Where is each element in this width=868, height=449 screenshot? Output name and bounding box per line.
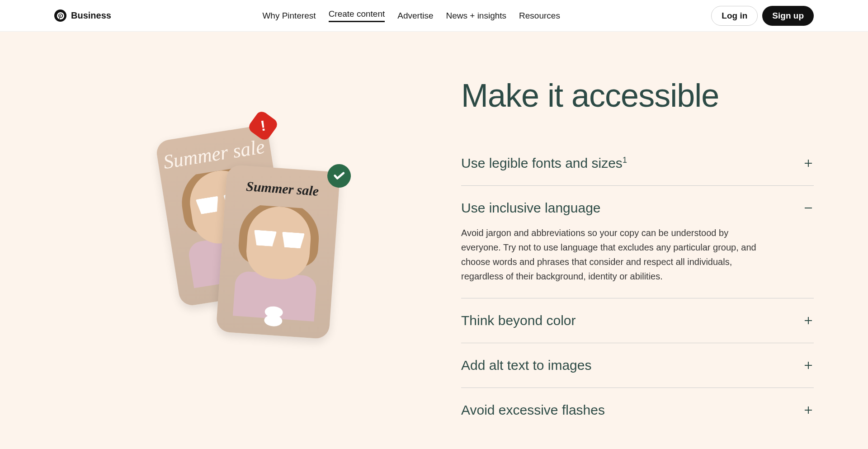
accordion-header-language[interactable]: Use inclusive language: [461, 200, 814, 216]
content-column: Make it accessible Use legible fonts and…: [434, 54, 814, 426]
accordion-title: Avoid excessive flashes: [461, 402, 605, 418]
person-illustration: [216, 203, 337, 339]
plus-icon: [803, 158, 814, 169]
card-stack: Summer sale ! Summer sale: [149, 128, 339, 354]
nav-advertise[interactable]: Advertise: [397, 11, 433, 21]
accordion-title: Think beyond color: [461, 313, 576, 328]
accordion-item-language: Use inclusive language Avoid jargon and …: [461, 186, 814, 298]
nav-news-insights[interactable]: News + insights: [446, 11, 506, 21]
accordion-item-fonts: Use legible fonts and sizes1: [461, 141, 814, 186]
pinterest-icon: [54, 9, 66, 22]
accordion-title: Add alt text to images: [461, 358, 592, 373]
login-button[interactable]: Log in: [711, 6, 758, 26]
plus-icon: [803, 360, 814, 371]
main-content: Summer sale ! Summer sale: [0, 32, 868, 449]
illustration-column: Summer sale ! Summer sale: [54, 54, 434, 426]
page-title: Make it accessible: [461, 77, 814, 114]
accordion-header-fonts[interactable]: Use legible fonts and sizes1: [461, 156, 814, 171]
accordion-title-text: Use legible fonts and sizes: [461, 156, 623, 170]
accordion-title: Use inclusive language: [461, 200, 601, 216]
footnote-marker: 1: [623, 156, 627, 165]
nav-resources[interactable]: Resources: [519, 11, 560, 21]
site-header: Business Why Pinterest Create content Ad…: [0, 0, 868, 32]
accordion-title: Use legible fonts and sizes1: [461, 156, 627, 171]
plus-icon: [803, 315, 814, 326]
accordion-item-alt-text: Add alt text to images: [461, 343, 814, 388]
header-buttons: Log in Sign up: [711, 6, 814, 26]
card-good-label: Summer sale: [226, 177, 340, 200]
accordion-body: Avoid jargon and abbreviations so your c…: [461, 226, 769, 284]
nav-why-pinterest[interactable]: Why Pinterest: [262, 11, 316, 21]
accordion-header-alt-text[interactable]: Add alt text to images: [461, 358, 814, 373]
accordion-item-flashes: Avoid excessive flashes: [461, 388, 814, 432]
plus-icon: [803, 405, 814, 416]
minus-icon: [803, 203, 814, 213]
accordion-header-color[interactable]: Think beyond color: [461, 313, 814, 328]
primary-nav: Why Pinterest Create content Advertise N…: [262, 9, 560, 22]
accordion-item-color: Think beyond color: [461, 298, 814, 343]
brand[interactable]: Business: [54, 9, 111, 22]
brand-label: Business: [71, 10, 111, 21]
signup-button[interactable]: Sign up: [762, 6, 814, 26]
example-card-good: Summer sale: [216, 164, 340, 339]
accordion-header-flashes[interactable]: Avoid excessive flashes: [461, 402, 814, 418]
nav-create-content[interactable]: Create content: [329, 9, 385, 22]
